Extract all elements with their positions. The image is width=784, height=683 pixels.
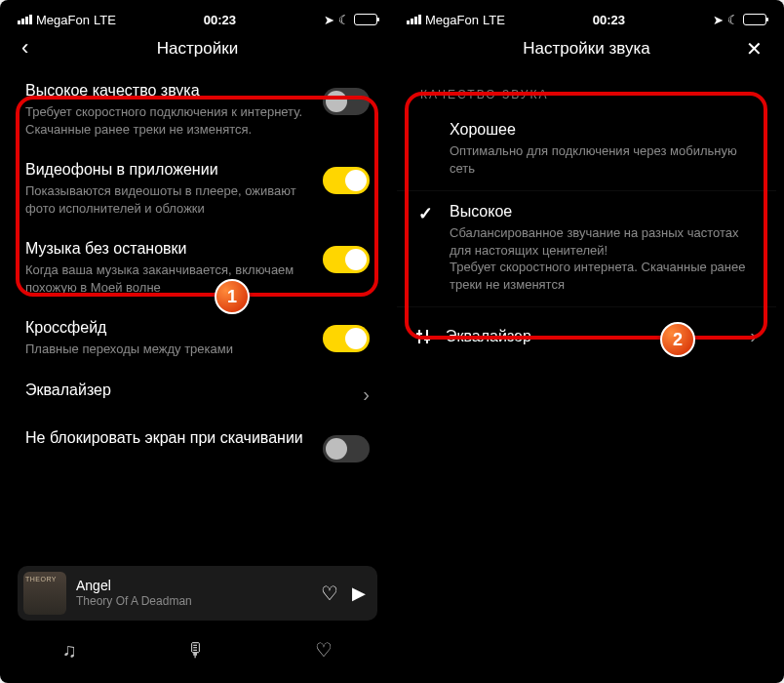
- carrier-label: MegaFon: [36, 13, 90, 27]
- tab-music-icon[interactable]: ♫: [62, 639, 77, 662]
- row-high-quality[interactable]: Высокое качество звука Требует скоростно…: [8, 68, 387, 147]
- chevron-right-icon: ›: [750, 325, 757, 347]
- tab-bar: ♫ 🎙 ♡: [8, 624, 387, 675]
- nav-title: Настройки: [157, 39, 238, 59]
- chevron-right-icon: ›: [363, 383, 370, 406]
- moon-icon: ☾: [338, 13, 350, 27]
- network-label: LTE: [483, 13, 505, 27]
- section-title: КАЧЕСТВО ЗВУКА: [397, 68, 776, 109]
- track-artist: Theory Of A Deadman: [76, 594, 311, 608]
- row-desc: Показываются видеошоты в плеере, оживают…: [25, 182, 309, 217]
- tab-podcasts-icon[interactable]: 🎙: [186, 639, 206, 662]
- row-equalizer[interactable]: Эквалайзер ›: [8, 368, 387, 416]
- tab-collection-icon[interactable]: ♡: [315, 638, 333, 662]
- toggle-crossfade[interactable]: [323, 325, 370, 352]
- right-phone: MegaFon LTE 00:23 ➤ ☾ Настройки звука ✕ …: [397, 8, 776, 675]
- nav-bar: Настройки звука ✕: [397, 29, 776, 68]
- quality-good[interactable]: Хорошее Оптимально для подключения через…: [397, 109, 776, 191]
- clock-label: 00:23: [204, 13, 236, 27]
- equalizer-label: Эквалайзер: [446, 328, 740, 345]
- toggle-video-background[interactable]: [323, 167, 370, 194]
- left-phone: MegaFon LTE 00:23 ➤ ☾ ‹ Настройки Высоко…: [8, 8, 387, 675]
- quality-title: Хорошее: [450, 121, 757, 139]
- row-title: Кроссфейд: [25, 319, 309, 337]
- mini-player[interactable]: Angel Theory Of A Deadman ♡ ▶: [18, 566, 377, 621]
- equalizer-icon: [416, 330, 432, 343]
- nav-title: Настройки звука: [523, 39, 649, 59]
- row-title: Музыка без остановки: [25, 240, 309, 258]
- check-icon: ✓: [418, 203, 433, 224]
- toggle-nonstop-music[interactable]: [323, 246, 370, 273]
- row-video-background[interactable]: Видеофоны в приложении Показываются виде…: [8, 147, 387, 226]
- status-bar: MegaFon LTE 00:23 ➤ ☾: [397, 8, 776, 29]
- clock-label: 00:23: [593, 13, 625, 27]
- row-title: Видеофоны в приложении: [25, 161, 309, 179]
- close-button[interactable]: ✕: [746, 39, 763, 59]
- quality-desc: Оптимально для подключения через мобильн…: [450, 142, 757, 177]
- signal-icon: [407, 15, 421, 24]
- quality-high[interactable]: ✓ Высокое Сбалансированное звучание на р…: [397, 191, 776, 307]
- battery-icon: [354, 14, 377, 25]
- row-desc: Плавные переходы между треками: [25, 341, 309, 358]
- row-title: Не блокировать экран при скачивании: [25, 429, 309, 447]
- row-keep-screen-on[interactable]: Не блокировать экран при скачивании: [8, 416, 387, 472]
- sound-settings: КАЧЕСТВО ЗВУКА Хорошее Оптимально для по…: [397, 68, 776, 675]
- like-button[interactable]: ♡: [321, 582, 338, 605]
- row-title: Эквалайзер: [25, 382, 349, 399]
- row-nonstop-music[interactable]: Музыка без остановки Когда ваша музыка з…: [8, 226, 387, 305]
- toggle-keep-screen-on[interactable]: [323, 435, 370, 462]
- signal-icon: [18, 15, 32, 24]
- quality-title: Высокое: [450, 203, 757, 221]
- row-crossfade[interactable]: Кроссфейд Плавные переходы между треками: [8, 305, 387, 368]
- quality-desc: Сбалансированное звучание на разных част…: [450, 224, 757, 293]
- carrier-label: MegaFon: [425, 13, 479, 27]
- row-title: Высокое качество звука: [25, 82, 309, 100]
- toggle-high-quality[interactable]: [323, 88, 370, 115]
- status-bar: MegaFon LTE 00:23 ➤ ☾: [8, 8, 387, 29]
- play-button[interactable]: ▶: [352, 583, 366, 604]
- network-label: LTE: [94, 13, 116, 27]
- location-icon: ➤: [713, 13, 724, 27]
- location-icon: ➤: [324, 13, 334, 27]
- moon-icon: ☾: [727, 13, 739, 27]
- row-desc: Требует скоростного подключения к интерн…: [25, 103, 309, 138]
- nav-bar: ‹ Настройки: [8, 29, 387, 68]
- row-equalizer[interactable]: Эквалайзер ›: [397, 307, 776, 347]
- back-button[interactable]: ‹: [21, 37, 28, 59]
- album-art[interactable]: [23, 572, 66, 615]
- track-title: Angel: [76, 578, 311, 594]
- row-desc: Когда ваша музыка заканчивается, включае…: [25, 261, 309, 296]
- battery-icon: [743, 14, 766, 25]
